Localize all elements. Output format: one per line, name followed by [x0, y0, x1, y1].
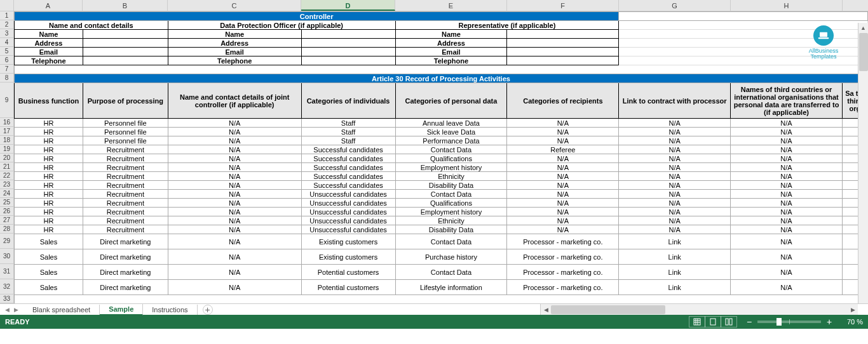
table-header[interactable]: Name and contact details of joint contro… — [168, 83, 301, 119]
row-header-27[interactable]: 27 — [0, 216, 14, 225]
row-header-25[interactable]: 25 — [0, 198, 14, 207]
cell[interactable]: Telephone — [14, 56, 83, 65]
page-break-view-icon[interactable] — [721, 316, 737, 327]
cell[interactable]: N/A — [619, 190, 731, 199]
cell[interactable]: Annual leave Data — [395, 119, 507, 128]
cell[interactable]: HR — [14, 163, 83, 172]
cell[interactable] — [83, 48, 168, 56]
row-header-23[interactable]: 23 — [0, 180, 14, 189]
cell[interactable] — [507, 56, 619, 65]
cell[interactable]: Contact Data — [395, 145, 507, 154]
cell[interactable]: N/A — [168, 154, 301, 163]
cell[interactable]: N/A — [619, 163, 731, 172]
cell[interactable]: Controller — [14, 12, 618, 21]
cell[interactable]: Purchase history — [395, 249, 507, 265]
cell[interactable] — [14, 65, 867, 74]
sheet-tab-blank-spreadsheet[interactable]: Blank spreadsheet — [24, 305, 100, 315]
cell[interactable]: N/A — [619, 225, 731, 234]
cell[interactable]: N/A — [731, 119, 843, 128]
cell[interactable]: Employment history — [395, 208, 507, 216]
row-header-6[interactable]: 6 — [0, 56, 14, 65]
row-header-9[interactable]: 9 — [0, 83, 14, 118]
row-header-2[interactable]: 2 — [0, 20, 14, 29]
cell[interactable]: N/A — [168, 128, 301, 136]
cell[interactable]: Email — [395, 48, 507, 56]
table-header[interactable]: Categories of recipients — [507, 83, 619, 119]
cell[interactable]: N/A — [731, 249, 843, 265]
cell[interactable] — [507, 39, 619, 48]
cell[interactable]: Sick leave Data — [395, 128, 507, 136]
cell[interactable]: Potential customers — [301, 280, 395, 295]
cell[interactable] — [301, 30, 395, 39]
cell[interactable]: N/A — [507, 181, 619, 190]
add-sheet-button[interactable]: + — [203, 305, 213, 315]
cell[interactable]: N/A — [619, 119, 731, 128]
normal-view-icon[interactable] — [689, 316, 705, 327]
row-header-16[interactable]: 16 — [0, 118, 14, 127]
cell[interactable] — [619, 12, 868, 21]
row-header-32[interactable]: 32 — [0, 279, 14, 294]
cell[interactable]: N/A — [731, 172, 843, 181]
table-header[interactable]: Business function — [14, 83, 83, 119]
cell[interactable]: Direct marketing — [83, 280, 168, 295]
cell[interactable]: Unsuccessful candidates — [301, 216, 395, 225]
cell[interactable]: N/A — [619, 199, 731, 208]
cell[interactable]: Address — [395, 39, 507, 48]
cell[interactable]: Referee — [507, 145, 619, 154]
cell[interactable]: Link — [619, 265, 731, 280]
cell[interactable]: N/A — [507, 154, 619, 163]
cell[interactable]: Successful candidates — [301, 181, 395, 190]
cells-area[interactable]: ControllerName and contact detailsData P… — [14, 11, 868, 303]
sheet-tab-sample[interactable]: Sample — [100, 304, 143, 315]
cell[interactable]: Recruitment — [83, 225, 168, 234]
row-header-4[interactable]: 4 — [0, 38, 14, 47]
cell[interactable]: Potential customers — [301, 265, 395, 280]
cell[interactable]: Recruitment — [83, 216, 168, 225]
cell[interactable]: Staff — [301, 119, 395, 128]
cell[interactable]: Link — [619, 280, 731, 295]
cell[interactable]: N/A — [619, 216, 731, 225]
row-header-20[interactable]: 20 — [0, 154, 14, 162]
row-header-5[interactable]: 5 — [0, 47, 14, 56]
cell[interactable]: N/A — [168, 249, 301, 265]
cell[interactable]: N/A — [507, 190, 619, 199]
col-header-D[interactable]: D — [301, 0, 395, 11]
cell[interactable]: N/A — [507, 199, 619, 208]
cell[interactable]: Sales — [14, 234, 83, 249]
cell[interactable]: HR — [14, 225, 83, 234]
col-header-C[interactable]: C — [168, 0, 301, 11]
cell[interactable]: Performance Data — [395, 136, 507, 145]
table-header[interactable]: Link to contract with processor — [619, 83, 731, 119]
cell[interactable]: Successful candidates — [301, 163, 395, 172]
cell[interactable]: Existing customers — [301, 249, 395, 265]
table-header[interactable]: Categories of personal data — [395, 83, 507, 119]
cell[interactable] — [83, 56, 168, 65]
cell[interactable]: HR — [14, 181, 83, 190]
cell[interactable]: Direct marketing — [83, 265, 168, 280]
row-header-1[interactable]: 1 — [0, 11, 14, 20]
cell[interactable]: Unsuccessful candidates — [301, 208, 395, 216]
cell[interactable]: N/A — [507, 216, 619, 225]
zoom-in-button[interactable]: + — [825, 317, 834, 327]
cell[interactable]: Staff — [301, 136, 395, 145]
cell[interactable]: Sales — [14, 265, 83, 280]
cell[interactable]: Representative (if applicable) — [395, 21, 619, 30]
cell[interactable]: N/A — [731, 280, 843, 295]
select-all-corner[interactable] — [0, 0, 14, 11]
cell[interactable]: Contact Data — [395, 234, 507, 249]
cell[interactable]: N/A — [168, 172, 301, 181]
cell[interactable]: HR — [14, 119, 83, 128]
cell[interactable]: N/A — [619, 181, 731, 190]
cell[interactable] — [301, 48, 395, 56]
col-header-G[interactable]: G — [619, 0, 731, 11]
vscroll-thumb[interactable] — [859, 33, 868, 71]
tab-nav-prev-icon[interactable]: ◀ — [4, 307, 11, 313]
col-header-B[interactable]: B — [83, 0, 168, 11]
horizontal-scrollbar[interactable]: ◀ ▶ — [540, 304, 858, 315]
row-header-7[interactable]: 7 — [0, 65, 14, 74]
row-header-30[interactable]: 30 — [0, 249, 14, 264]
cell[interactable]: Unsuccessful candidates — [301, 225, 395, 234]
cell[interactable]: Processor - marketing co. — [507, 249, 619, 265]
cell[interactable]: Ethnicity — [395, 172, 507, 181]
row-header-26[interactable]: 26 — [0, 207, 14, 216]
